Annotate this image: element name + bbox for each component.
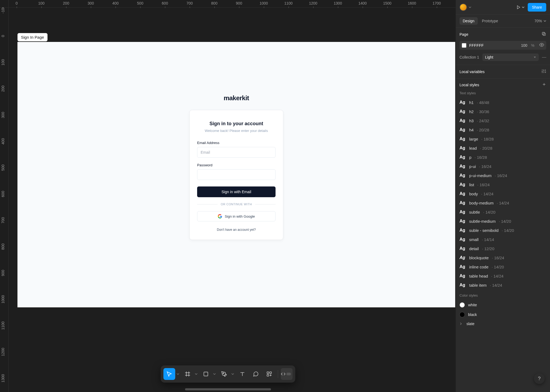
present-button[interactable] xyxy=(516,5,524,9)
text-style-row[interactable]: Aginline code14/20 xyxy=(459,262,546,271)
email-input[interactable] xyxy=(197,147,276,158)
signin-card: Sign in to your account Welcome back! Pl… xyxy=(189,110,283,240)
tool-frame-chevron[interactable] xyxy=(194,368,198,380)
text-style-row[interactable]: Agtable head14/24 xyxy=(459,271,546,280)
text-style-row[interactable]: Agp-ui-medium16/24 xyxy=(459,171,546,180)
signin-google-button[interactable]: Sign in with Google xyxy=(197,211,276,221)
signin-email-button[interactable]: Sign in with Email xyxy=(197,186,276,197)
help-button[interactable]: ? xyxy=(534,373,545,384)
page-section: Page FFFFFF 100 % Collection 1 Light — xyxy=(456,28,550,65)
color-style-row[interactable]: black xyxy=(459,310,546,319)
text-style-row[interactable]: Agsmall14/14 xyxy=(459,235,546,244)
text-style-sample: Ag xyxy=(459,191,466,196)
text-style-row[interactable]: Agsubtle-medium14/20 xyxy=(459,217,546,226)
ruler-tick: 800 xyxy=(1,243,5,250)
text-style-meta: 16/24 xyxy=(479,164,491,169)
text-style-name: list xyxy=(469,182,474,187)
avatar-chevron-icon[interactable] xyxy=(469,5,471,9)
share-button[interactable]: Share xyxy=(528,3,546,12)
text-style-row[interactable]: Agtable item14/24 xyxy=(459,280,546,290)
artboard-sign-in[interactable]: makerkit Sign in to your account Welcome… xyxy=(17,42,455,307)
text-style-row[interactable]: Agblockquote16/24 xyxy=(459,253,546,262)
tool-move-chevron[interactable] xyxy=(176,368,180,380)
color-swatch xyxy=(459,302,465,308)
page-color-swatch[interactable] xyxy=(462,43,466,48)
text-style-name: blockquote xyxy=(469,256,489,260)
signup-link[interactable]: Don't have an account yet? xyxy=(197,228,276,232)
text-style-sample: Ag xyxy=(459,200,466,205)
properties-panel: Share Design Prototype 70% Page xyxy=(456,0,550,392)
text-style-row[interactable]: Aglead20/28 xyxy=(459,143,546,153)
zoom-dropdown[interactable]: 70% xyxy=(534,19,546,23)
tool-comment[interactable] xyxy=(250,368,262,380)
text-style-row[interactable]: Agsubtle14/20 xyxy=(459,207,546,217)
text-style-row[interactable]: Aglarge18/28 xyxy=(459,134,546,143)
ruler-vertical: -100010020030040050060070080090010001100… xyxy=(0,8,9,392)
ruler-tick: 1100 xyxy=(1,321,5,330)
text-style-row[interactable]: Agp16/28 xyxy=(459,153,546,162)
text-style-row[interactable]: Agh148/48 xyxy=(459,98,546,107)
text-style-name: inline code xyxy=(469,265,489,269)
design-canvas[interactable]: Sign In Page makerkit Sign in to your ac… xyxy=(9,8,456,392)
text-style-row[interactable]: Aglist16/24 xyxy=(459,180,546,189)
collection-row: Collection 1 Light — xyxy=(459,53,546,61)
collection-value: Light xyxy=(485,55,493,59)
text-style-meta: 14/24 xyxy=(491,274,504,278)
text-style-sample: Ag xyxy=(459,100,466,105)
text-style-row[interactable]: Agh324/32 xyxy=(459,116,546,125)
tool-rectangle[interactable] xyxy=(200,368,212,380)
text-style-meta: 24/32 xyxy=(477,118,489,123)
tool-pen-chevron[interactable] xyxy=(230,368,235,380)
tool-rectangle-chevron[interactable] xyxy=(212,368,216,380)
ruler-tick: 800 xyxy=(211,1,217,5)
add-style-icon[interactable] xyxy=(542,82,546,87)
frame-label[interactable]: Sign In Page xyxy=(17,33,48,41)
local-variables-title: Local variables xyxy=(459,70,484,74)
password-input[interactable] xyxy=(197,169,276,180)
text-style-row[interactable]: Agp-ui16/24 xyxy=(459,162,546,171)
variables-settings-icon[interactable] xyxy=(541,69,546,74)
ruler-tick: 200 xyxy=(63,1,69,5)
avatar[interactable] xyxy=(459,3,467,11)
tool-pen[interactable] xyxy=(218,368,230,380)
tool-actions[interactable] xyxy=(263,368,275,380)
color-style-row[interactable]: white xyxy=(459,300,546,310)
dev-mode-switch[interactable] xyxy=(287,373,291,375)
svg-rect-7 xyxy=(543,33,545,35)
text-style-row[interactable]: Agh420/28 xyxy=(459,125,546,134)
page-export-icon[interactable] xyxy=(541,31,546,37)
local-styles-title: Local styles xyxy=(459,83,479,87)
tool-move[interactable] xyxy=(163,368,175,380)
page-section-title: Page xyxy=(459,32,468,37)
tool-dev-mode[interactable] xyxy=(281,368,292,380)
ruler-tick: 1200 xyxy=(1,348,5,356)
text-style-row[interactable]: Agbody14/24 xyxy=(459,189,546,198)
page-background-row[interactable]: FFFFFF 100 % xyxy=(459,41,546,50)
email-field-group: Email Address xyxy=(197,141,276,158)
tool-frame[interactable] xyxy=(182,368,193,380)
collection-remove-icon[interactable]: — xyxy=(542,55,546,60)
text-style-row[interactable]: Agbody-medium14/24 xyxy=(459,198,546,207)
text-style-row[interactable]: Agh230/36 xyxy=(459,107,546,116)
text-style-meta: 20/28 xyxy=(477,128,489,132)
ruler-tick: 1400 xyxy=(358,1,367,5)
visibility-toggle-icon[interactable] xyxy=(539,42,544,48)
tab-prototype[interactable]: Prototype xyxy=(479,17,501,25)
tool-text[interactable] xyxy=(236,368,248,380)
text-style-meta: 16/28 xyxy=(475,155,487,160)
collection-select[interactable]: Light xyxy=(482,53,539,61)
text-style-sample: Ag xyxy=(459,164,466,169)
page-opacity-value[interactable]: 100 xyxy=(521,43,527,48)
chevron-right-icon xyxy=(459,322,463,326)
text-style-name: h1 xyxy=(469,100,474,105)
tab-design[interactable]: Design xyxy=(459,17,478,25)
horizontal-scrollbar[interactable] xyxy=(185,388,271,390)
color-style-row[interactable]: slate xyxy=(459,319,546,328)
ruler-tick: 1700 xyxy=(432,1,441,5)
google-button-label: Sign in with Google xyxy=(225,214,255,218)
text-style-row[interactable]: Agdetail12/20 xyxy=(459,244,546,253)
text-style-row[interactable]: Agsuble - semibold14/20 xyxy=(459,226,546,235)
ruler-tick: 1300 xyxy=(334,1,342,5)
ruler-tick: 1200 xyxy=(309,1,317,5)
page-color-hex[interactable]: FFFFFF xyxy=(469,43,518,48)
